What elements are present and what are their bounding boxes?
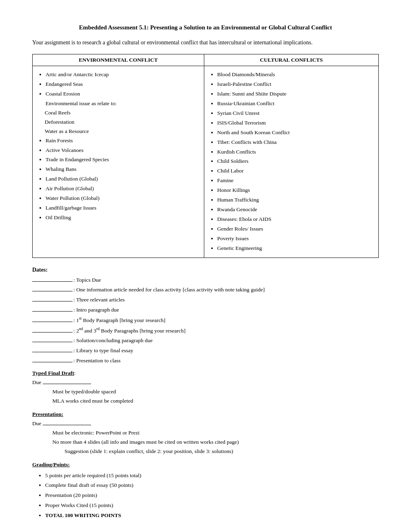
cult-item-18: Poverty Issues [217, 234, 371, 243]
env-sub-item-3: Water as a Resource [45, 127, 197, 136]
date-blank-3 [32, 301, 73, 301]
date-line-5: : 1st Body Paragraph [bring your researc… [32, 315, 379, 324]
cult-item-7: North and South Korean Conflict [217, 128, 371, 137]
cult-item-5: Syrian Civil Unrest [217, 109, 371, 118]
presentation-item-2: No more than 4 slides (all info and imag… [32, 438, 379, 447]
env-item-5: Active Volcanoes [46, 146, 197, 155]
grading-item-3: Presentation (20 points) [45, 491, 379, 500]
cult-item-3: Islam: Sunni and Shiite Dispute [217, 89, 371, 99]
date-text-3: : Three relevant articles [73, 295, 379, 304]
date-blank-9 [32, 362, 73, 362]
cult-item-17: Gender Roles/ Issues [217, 224, 371, 234]
env-item-1: Artic and/or Antarctic Icecap [46, 70, 197, 79]
cult-item-4: Russia-Ukrainian Conflict [217, 99, 371, 108]
presentation-blank [43, 425, 91, 425]
env-sub-item-1: Coral Reefs [45, 108, 197, 118]
grading-item-5: TOTAL 100 WRITING POINTS [45, 511, 379, 520]
date-text-5: : 1st Body Paragraph [bring your researc… [73, 315, 379, 324]
presentation-label: Presentation: [32, 411, 63, 417]
date-blank-5 [32, 322, 73, 322]
date-text-8: : Library to type final essay [73, 346, 379, 355]
grading-section: Grading/Points: 5 points per article req… [32, 460, 379, 521]
cult-item-9: Kurdish Conflicts [217, 148, 371, 157]
date-line-2: : One information article needed for cla… [32, 285, 379, 294]
date-blank-6 [32, 332, 73, 332]
grading-label: Grading/Points: [32, 461, 70, 468]
env-item-4: Rain Forests [46, 136, 197, 145]
env-sub-item-2: Deforestation [45, 118, 197, 127]
typed-draft-due: Due [32, 379, 42, 385]
date-line-1: : Topics Due [32, 276, 379, 285]
typed-draft-colon: : [74, 370, 76, 376]
env-conflict-cell: Artic and/or Antarctic Icecap Endangered… [33, 66, 204, 258]
date-text-1: : Topics Due [73, 276, 379, 285]
page-title: Embedded Assessment 5.1: Presenting a So… [32, 24, 379, 31]
date-text-6: : 2nd and 3rd Body Paragraphs [bring you… [73, 326, 379, 335]
typed-draft-label: Typed Final Draft [32, 370, 74, 376]
cult-item-16: Diseases: Ebola or AIDS [217, 215, 371, 224]
cult-item-6: ISIS/Global Terrorism [217, 118, 371, 128]
presentation-item-1: Must be electronic: PowerPoint or Prezi [32, 428, 379, 438]
cult-item-8: Tibet: Conflicts with China [217, 138, 371, 147]
env-conflict-header: ENVIRONMENTAL CONFLICT [33, 54, 204, 66]
grading-item-2: Complete final draft of essay (50 points… [45, 481, 379, 490]
dates-section: Dates: : Topics Due : One information ar… [32, 267, 379, 365]
date-blank-4 [32, 311, 73, 312]
date-blank-2 [32, 291, 73, 291]
typed-draft-item-1: Must be typed/double spaced [32, 387, 379, 397]
cultural-conflict-header: CULTURAL CONFLICTS [204, 54, 378, 66]
date-text-4: : Intro paragraph due [73, 305, 379, 314]
presentation-due: Due [32, 420, 42, 426]
date-line-9: : Presentation to class [32, 356, 379, 365]
cult-item-10: Child Soldiers [217, 157, 371, 166]
date-blank-7 [32, 342, 73, 342]
env-item-9: Air Pollution (Global) [46, 184, 197, 193]
env-item-12: Oil Drilling [46, 213, 197, 222]
date-line-8: : Library to type final essay [32, 346, 379, 355]
typed-draft-blank [43, 384, 91, 384]
env-item-6: Trade in Endangered Species [46, 155, 197, 164]
cult-item-13: Honor Killings [217, 186, 371, 195]
date-line-7: : Solution/concluding paragraph due [32, 336, 379, 345]
date-text-7: : Solution/concluding paragraph due [73, 336, 379, 345]
env-sub-label: Environmental issue as relate to: [37, 99, 197, 108]
env-item-8: Land Pollution (Global) [46, 175, 197, 184]
env-item-11: Landfill/garbage Issues [46, 204, 197, 213]
presentation-section: Presentation: Due Must be electronic: Po… [32, 410, 379, 456]
cult-item-1: Blood Diamonds/Minerals [217, 70, 371, 79]
env-item-7: Whaling Bans [46, 165, 197, 174]
env-item-10: Water Pollution (Global) [46, 194, 197, 203]
cult-item-15: Rwanda Genocide [217, 205, 371, 214]
env-item-2: Endangered Seas [46, 80, 197, 89]
cult-item-14: Human Trafficking [217, 195, 371, 205]
date-line-4: : Intro paragraph due [32, 305, 379, 314]
cult-item-19: Genetic Engineering [217, 244, 371, 253]
cult-item-2: Israeli-Palestine Conflict [217, 80, 371, 89]
intro-paragraph: Your assignment is to research a global … [32, 38, 379, 47]
typed-draft-section: Typed Final Draft: Due Must be typed/dou… [32, 369, 379, 406]
cult-item-12: Famine [217, 176, 371, 185]
cultural-conflict-cell: Blood Diamonds/Minerals Israeli-Palestin… [204, 66, 378, 258]
env-item-3: Coastal Erosion [46, 89, 197, 99]
grading-item-1: 5 points per article required (15 points… [45, 471, 379, 480]
dates-label: Dates: [32, 267, 379, 273]
date-line-3: : Three relevant articles [32, 295, 379, 304]
date-blank-1 [32, 281, 73, 282]
date-blank-8 [32, 352, 73, 352]
typed-draft-item-2: MLA works cited must be completed [32, 397, 379, 406]
presentation-item-3: Suggestion (slide 1: explain conflict, s… [32, 447, 379, 456]
date-text-2: : One information article needed for cla… [73, 285, 379, 294]
cult-item-11: Child Labor [217, 166, 371, 176]
date-line-6: : 2nd and 3rd Body Paragraphs [bring you… [32, 326, 379, 335]
grading-item-4: Proper Works Cited (15 points) [45, 501, 379, 510]
conflict-table: ENVIRONMENTAL CONFLICT CULTURAL CONFLICT… [32, 54, 379, 258]
date-text-9: : Presentation to class [73, 356, 379, 365]
